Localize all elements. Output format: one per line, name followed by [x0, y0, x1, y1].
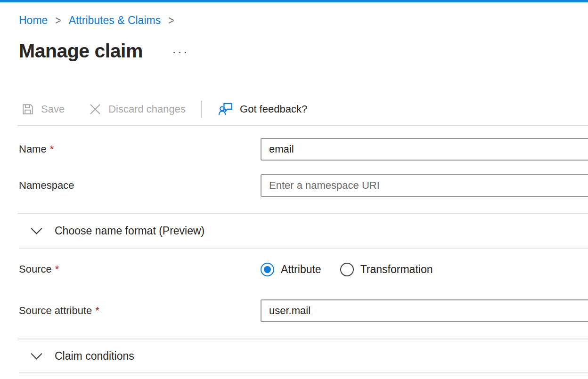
radio-attribute[interactable]: Attribute [261, 263, 321, 276]
radio-transformation-circle [340, 263, 354, 276]
chevron-down-icon [31, 227, 42, 234]
namespace-field-row: Namespace [19, 174, 588, 197]
radio-attribute-label: Attribute [281, 263, 321, 276]
save-button-label: Save [41, 103, 65, 115]
feedback-person-icon [218, 101, 234, 117]
section-claim-conditions-label: Claim conditions [55, 350, 134, 363]
name-field-row: Name* [19, 138, 588, 161]
required-asterisk: * [95, 305, 99, 316]
namespace-input[interactable] [261, 174, 588, 197]
section-choose-name-format-label: Choose name format (Preview) [55, 225, 204, 237]
got-feedback-button[interactable]: Got feedback? [218, 101, 307, 117]
radio-transformation-label: Transformation [360, 263, 433, 276]
source-attribute-label-text: Source attribute [19, 305, 92, 316]
radio-transformation[interactable]: Transformation [340, 263, 433, 276]
breadcrumb-attributes-claims-link[interactable]: Attributes & Claims [69, 13, 161, 27]
section-claim-conditions[interactable]: Claim conditions [19, 339, 588, 373]
save-button[interactable]: Save [21, 102, 65, 116]
source-label-text: Source [19, 263, 52, 275]
got-feedback-label: Got feedback? [240, 103, 307, 115]
breadcrumb-separator-icon: > [55, 11, 61, 29]
source-field-row: Source* Attribute Transformation [19, 258, 588, 281]
breadcrumb-home-link[interactable]: Home [19, 13, 48, 27]
name-field-label: Name* [19, 143, 261, 155]
namespace-field-label: Namespace [19, 179, 261, 192]
save-floppy-icon [21, 102, 35, 116]
source-radio-group: Attribute Transformation [261, 263, 588, 276]
breadcrumb: Home > Attributes & Claims > [19, 2, 588, 27]
section-choose-name-format[interactable]: Choose name format (Preview) [19, 214, 588, 249]
source-attribute-field [261, 299, 588, 322]
toolbar-divider [201, 101, 202, 118]
namespace-label-text: Namespace [19, 179, 74, 191]
command-bar: Save Discard changes Got feedback? [19, 98, 588, 121]
source-field-label: Source* [19, 263, 261, 275]
source-attribute-input[interactable] [261, 299, 588, 322]
discard-x-icon [88, 102, 102, 116]
more-options-icon[interactable]: ··· [172, 45, 189, 56]
breadcrumb-separator-icon: > [168, 11, 174, 29]
name-field [261, 138, 588, 161]
required-asterisk: * [50, 143, 54, 155]
radio-attribute-circle [261, 263, 274, 276]
required-asterisk: * [55, 263, 59, 275]
namespace-field [261, 174, 588, 197]
manage-claim-blade: Home > Attributes & Claims > Manage clai… [0, 2, 588, 373]
page-title-row: Manage claim ··· [19, 39, 588, 63]
discard-changes-label: Discard changes [108, 103, 186, 115]
toolbar-bottom-divider [17, 125, 588, 126]
chevron-down-icon [31, 353, 42, 360]
name-input[interactable] [261, 138, 588, 161]
page-title: Manage claim [19, 39, 143, 63]
source-attribute-field-row: Source attribute* [19, 299, 588, 322]
name-label-text: Name [19, 143, 47, 155]
discard-changes-button[interactable]: Discard changes [88, 102, 186, 116]
source-attribute-field-label: Source attribute* [19, 305, 261, 317]
